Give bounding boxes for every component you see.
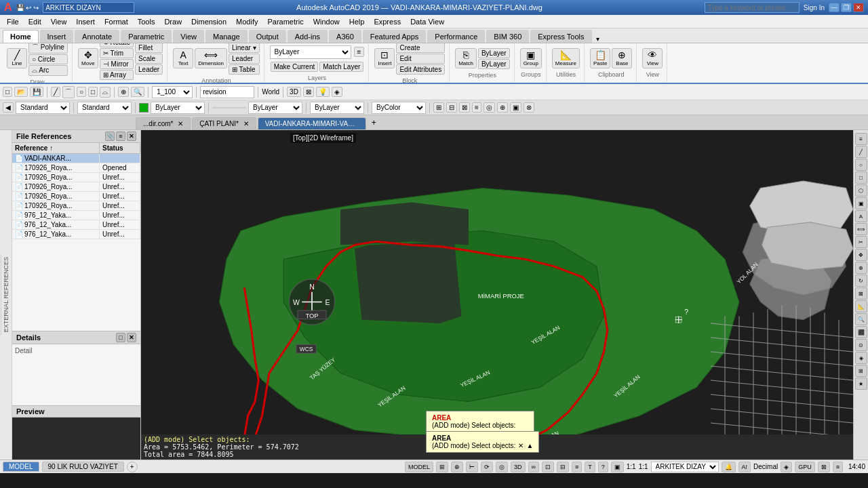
circle-button[interactable]: ○ Circle [28, 54, 68, 64]
tab-parametric[interactable]: Parametric [121, 30, 172, 43]
text-button[interactable]: A Text [173, 48, 193, 68]
file-ref-row-3[interactable]: 📄170926_Roya... Unref... [12, 182, 140, 192]
material-button[interactable]: ◈ [332, 87, 342, 97]
file-ref-row-0[interactable]: 📄VADI-ANKAR... [12, 154, 140, 163]
rt-btn3[interactable]: ○ [855, 159, 867, 171]
t4-btn5[interactable]: ◎ [484, 102, 495, 113]
qp-button[interactable]: ? [598, 462, 608, 472]
menu-insert[interactable]: Insert [72, 16, 99, 27]
light-button[interactable]: 💡 [316, 87, 330, 97]
tab-home[interactable]: Home [3, 30, 39, 43]
menu-format[interactable]: Format [100, 16, 132, 27]
model-tab[interactable]: MODEL [3, 462, 39, 472]
menu-draw[interactable]: Draw [160, 16, 186, 27]
osnap-button[interactable]: ◎ [496, 462, 508, 472]
insert-button[interactable]: ⊡ Insert [374, 48, 395, 68]
line-button[interactable]: ╱ Line [7, 48, 27, 68]
rt-btn6[interactable]: ▣ [855, 197, 867, 209]
menu-parametric[interactable]: Parametric [263, 16, 307, 27]
lineweight-dropdown[interactable]: ByLayer [310, 102, 364, 114]
tab-output[interactable]: Output [249, 30, 286, 43]
menu-edit[interactable]: Edit [24, 16, 45, 27]
menu-dataview[interactable]: Data View [406, 16, 448, 27]
ducs-button[interactable]: ⊡ [542, 462, 554, 472]
file-ref-row-8[interactable]: 📄976_12_Yaka... Unref... [12, 230, 140, 239]
workspace-select[interactable]: ARKITEK DIZAYN [651, 462, 719, 472]
rt-btn5[interactable]: ⬡ [855, 184, 867, 197]
match-layer-button[interactable]: Match Layer [319, 62, 363, 72]
add-doc-tab[interactable]: + [368, 116, 380, 129]
rt-btn12[interactable]: ↻ [855, 274, 867, 287]
plotstyle-dropdown[interactable]: ByColor [372, 102, 426, 114]
array-button[interactable]: ⊞ Array [100, 70, 134, 80]
file-ref-row-6[interactable]: 📄976_12_Yaka... Unref... [12, 211, 140, 220]
scale-dropdown[interactable]: 1_100 [152, 86, 193, 98]
make-current-button[interactable]: Make Current [271, 62, 319, 72]
file-ref-row-5[interactable]: 📄170926_Roya... Unref... [12, 201, 140, 211]
draw-tool3[interactable]: ○ [77, 87, 86, 97]
layer-properties-button[interactable]: ≡ [354, 47, 365, 57]
dyn-button[interactable]: ⊟ [557, 462, 569, 472]
rt-btn13[interactable]: ⊠ [855, 287, 867, 300]
menu-modify[interactable]: Modify [232, 16, 262, 27]
group-button[interactable]: ▣ Group [520, 48, 542, 68]
draw-tool5[interactable]: ⌓ [100, 87, 111, 98]
close-button[interactable]: ✕ [853, 3, 864, 12]
layer-dropdown[interactable]: ByLayer [270, 45, 351, 59]
menu-express[interactable]: Express [370, 16, 405, 27]
polyline-button[interactable]: ⌒ Polyline [28, 43, 68, 54]
paste-button[interactable]: 📋 Paste [590, 48, 610, 68]
table-button[interactable]: ⊞ Table [229, 64, 260, 75]
rt-btn18[interactable]: ◈ [855, 352, 867, 364]
layer-color-dropdown[interactable]: ByLayer [151, 102, 205, 114]
doc-tab-2-close[interactable]: ✕ [243, 120, 249, 127]
base-button[interactable]: ⊕ Base [612, 48, 632, 68]
tab-addins[interactable]: Add-ins [288, 30, 328, 43]
isolate-button[interactable]: ◈ [781, 462, 792, 472]
revision-input[interactable] [200, 86, 254, 98]
t4-btn1[interactable]: ⊞ [433, 102, 444, 113]
rt-btn14[interactable]: 📐 [855, 300, 867, 312]
tab-expresstools[interactable]: Express Tools [530, 30, 591, 43]
tab-bim360[interactable]: BIM 360 [486, 30, 529, 43]
move-button[interactable]: ✥ Move [78, 48, 98, 68]
sel-button[interactable]: ▣ [611, 462, 624, 472]
rt-btn7[interactable]: A [855, 210, 867, 222]
tab-insert[interactable]: Insert [40, 30, 74, 43]
t4-btn7[interactable]: ▣ [510, 102, 521, 113]
workspace-dropdown[interactable]: ARKITEK DIZAYN [43, 2, 134, 13]
menu-window[interactable]: Window [309, 16, 344, 27]
sign-in-button[interactable]: Sign In [804, 4, 825, 12]
rt-btn11[interactable]: ⊕ [855, 262, 867, 274]
render-button[interactable]: ⊠ [303, 87, 314, 97]
rt-btn16[interactable]: ⬛ [855, 326, 867, 338]
mirror-button[interactable]: ⊣ Mirror [100, 59, 134, 69]
add-layout-button[interactable]: + [127, 462, 138, 472]
rt-btn9[interactable]: ✂ [855, 236, 867, 248]
clean-screen-button[interactable]: ⊠ [818, 462, 830, 472]
tab-view[interactable]: View [173, 30, 204, 43]
area-expand-icon[interactable]: ▲ [526, 442, 533, 449]
save-button[interactable]: 💾 [30, 87, 43, 97]
panel-attach-button[interactable]: 📎 [105, 131, 115, 141]
rt-btn2[interactable]: ╱ [855, 146, 867, 158]
area-close-icon[interactable]: ✕ [518, 442, 524, 449]
minimize-button[interactable]: — [829, 3, 840, 12]
t4-btn6[interactable]: ⊕ [497, 102, 508, 113]
t4-btn3[interactable]: ⊠ [459, 102, 470, 113]
notifications-button[interactable]: 🔔 [722, 462, 736, 472]
panel-menu-button[interactable]: ≡ [116, 131, 125, 141]
prev-button[interactable]: ◀ [3, 102, 14, 113]
search-input[interactable] [705, 2, 800, 13]
bylayer2-button[interactable]: ByLayer [478, 59, 510, 69]
new-button[interactable]: □ [3, 87, 12, 97]
doc-tab-1[interactable]: ...dir.com* ✕ [136, 117, 191, 129]
file-ref-row-2[interactable]: 📄170926_Roya... Unref... [12, 173, 140, 182]
3dview-button[interactable]: 3D [287, 87, 301, 97]
grid-button[interactable]: ⊞ [436, 462, 448, 472]
dimension-button[interactable]: ⟺ Dimension [195, 48, 227, 68]
doc-tab-3[interactable]: VADI-ANKARA-MIMARI-VAZIYET-PLAN* ✕ [258, 117, 366, 129]
snap-button[interactable]: ⊕ [451, 462, 463, 472]
scale-button[interactable]: Scale [135, 54, 163, 64]
view-button[interactable]: 👁 View [642, 48, 663, 68]
